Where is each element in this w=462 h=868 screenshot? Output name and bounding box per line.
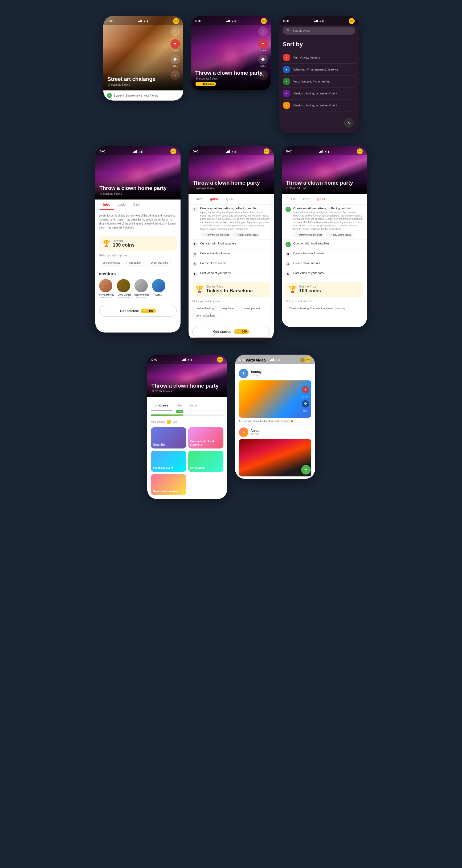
prize-info: Get the Prize Tickets to Barselona <box>206 285 253 294</box>
tab-intro[interactable]: intro <box>99 199 114 210</box>
mentor-name-1: Cory Daniel <box>117 293 132 296</box>
hero-title-progress: Throw a clown home party <box>151 382 223 389</box>
sort-icon-0: ✓ <box>283 54 290 61</box>
sort-item-1[interactable]: ■ #planning, #management, #service <box>283 64 355 75</box>
like-btn-2[interactable]: ♥ <box>258 39 268 49</box>
hero-image-graffiti: ⊟ ♥ 1554 k 💬 660 k 🔖 <box>103 16 183 90</box>
coins-display: 560 <box>173 18 179 24</box>
sort-item-3[interactable]: ✓ #design thinking, #creative, #paint <box>283 88 355 99</box>
task-card-guest-video[interactable]: Guest video reviews <box>151 474 186 495</box>
get-started-btn-guide[interactable]: Get started! 🪙 -100 <box>192 326 270 338</box>
add-video-btn[interactable]: + <box>301 465 311 474</box>
task-card-contract[interactable]: Contract with food suppliers <box>188 427 223 448</box>
post-header-1: A Annet 9m ago ⋮ <box>239 428 311 437</box>
skills-title-guide: Skills you will improve <box>192 300 270 303</box>
tab-guide-p[interactable]: guide <box>185 401 201 410</box>
comment-btn-2[interactable]: 💬 <box>258 55 268 64</box>
event-info-bar-1: ✓ 1 week in Barcelona with your friends <box>103 90 183 100</box>
like-btn[interactable]: ♥ <box>170 39 180 49</box>
post-user-info-1: Annet 9m ago <box>251 429 260 435</box>
hero-subtitle-checked: ⏱ 70 4h 34m left <box>286 187 363 190</box>
row-3: D+C ▲ ▮ 560 Throw a clown home party <box>147 354 315 499</box>
status-icons-6: ▲ ▮ <box>319 150 329 153</box>
tab-intro-c[interactable]: intro <box>299 194 313 204</box>
video-comment-btn-0[interactable]: 💬 <box>302 400 309 407</box>
sort-icon-2: ✓ <box>283 78 290 85</box>
mentor-0: Verna Murray Art Teacher <box>99 279 114 299</box>
filter-btn-2[interactable]: ⊟ <box>258 26 268 36</box>
guide-step-5: 5 Post video of your party <box>189 269 274 279</box>
sort-item-2[interactable]: ✓ #eco, #people, #volunteering <box>283 75 355 88</box>
post-more-btn-0[interactable]: ⋮ <box>307 371 311 376</box>
mentor-2: Steve Phelps Co-Founder <box>135 279 149 299</box>
clock-icon-intro: ⏱ <box>99 192 102 195</box>
checked-text-5: Post video of your party <box>293 271 363 275</box>
sort-section: Sort by ✓ #fun, #party, #events ■ #plann… <box>279 37 359 122</box>
progress-bar-fill: 45% <box>151 414 183 416</box>
tab-intro-p[interactable]: intro <box>172 401 185 410</box>
like-action[interactable]: ♥ 1554 k <box>170 39 180 52</box>
tab-progress[interactable]: progress <box>151 401 172 410</box>
video-like-btn-0[interactable]: ♥ <box>302 386 309 394</box>
tab-guide-c[interactable]: guide <box>313 194 329 204</box>
step-num-5: 5 <box>192 271 198 277</box>
checked-step-2: ✓ Contract with food suppliers <box>282 240 367 250</box>
video-comment-count-0: 660 k <box>302 410 309 412</box>
tab-guide[interactable]: guide <box>114 199 129 210</box>
get-started-btn-intro[interactable]: Get started! 🪙 -100 <box>99 305 177 317</box>
tab-qa-g[interactable]: Q&A <box>222 194 236 204</box>
row-2: D+C ▲ ▮ 560 Throw a clown home party <box>95 146 367 341</box>
attachment-ideas[interactable]: 📄 Party theme ideas <box>232 232 260 237</box>
status-icons: ▲ ▮ <box>138 20 148 23</box>
phone-intro: D+C ▲ ▮ 560 Throw a clown home party <box>95 146 180 333</box>
cta-coins-intro: 🪙 -100 <box>141 309 155 313</box>
tab-ress[interactable]: ress <box>286 194 299 204</box>
video-like-count-0: 1154 k <box>302 396 309 398</box>
task-card-facebook[interactable]: Facebook event <box>151 451 186 472</box>
filter-btn[interactable]: ⊟ <box>170 26 180 36</box>
wifi-icon: ▲ <box>143 20 146 23</box>
guide-step-3: 3 Create Facebook event <box>189 250 274 259</box>
signal-icon-8 <box>270 358 274 361</box>
mentor-role-0: Art Teacher <box>99 296 114 299</box>
signal-icon <box>138 20 142 22</box>
filter-action[interactable]: ⊟ <box>170 26 180 36</box>
tab-guide-g[interactable]: guide <box>206 194 222 204</box>
close-button[interactable]: × <box>344 118 354 128</box>
sort-item-4[interactable]: ● #design thinking, #creative, #paint <box>283 99 355 112</box>
doc-icon: 📄 <box>202 234 205 236</box>
status-bar-5: D+C ▲ ▮ 560 <box>189 146 274 155</box>
task-card-guest[interactable]: Guest list <box>151 427 186 448</box>
filter-icon: ⊟ <box>174 29 177 33</box>
intro-body: Lorem ipsum is simply dummy text of the … <box>95 210 180 233</box>
attachment-checklist-c[interactable]: 📄 Party theme checklist <box>293 232 324 237</box>
sort-label-1: #planning, #management, #service <box>293 68 339 71</box>
comment-action[interactable]: 💬 660 k <box>170 55 180 67</box>
sort-label-3: #design thinking, #creative, #paint <box>293 92 337 95</box>
doc-icon-c: 📄 <box>295 234 298 236</box>
coins-display-5: 560 <box>264 149 269 154</box>
status-bar-4: D+C ▲ ▮ 560 <box>95 146 180 155</box>
like-action-2[interactable]: ♥ 1554 k <box>258 39 268 52</box>
checked-text-4: Create clown masks <box>293 261 363 265</box>
task-card-party-video[interactable]: Party video <box>188 451 223 472</box>
checked-step-3: 3 Create Facebook event <box>282 250 367 259</box>
tab-intro-g[interactable]: intro <box>193 194 206 204</box>
trophy-icon-checked: 🏆 <box>289 285 297 293</box>
status-icons-4: ▲ ▮ <box>133 150 143 153</box>
step-content-1: Create email invitations, collect guest … <box>200 207 270 237</box>
coins-display-2: 560 <box>261 18 267 24</box>
post-more-btn-1[interactable]: ⋮ <box>307 430 311 435</box>
filter-action-2[interactable]: ⊟ <box>258 26 268 36</box>
search-bar[interactable]: 🔍 Search event <box>283 27 355 35</box>
checked-desc-1: A party theme will guide all your other … <box>293 211 363 231</box>
attachment-checklist[interactable]: 📄 Party theme checklist <box>200 232 231 237</box>
attachment-ideas-c[interactable]: 📄 Party theme ideas <box>326 232 353 237</box>
battery-icon-3: ▮ <box>322 20 324 23</box>
sort-item-0[interactable]: ✓ #fun, #party, #events <box>283 52 355 64</box>
comment-btn[interactable]: 💬 <box>170 55 180 64</box>
coins-badge-1: 🪙 +100 coins <box>196 82 216 86</box>
hero-overlay-guide: Throw a clown home party ⏱ estimate 8 da… <box>189 175 274 194</box>
wifi-icon-3: ▲ <box>319 20 321 23</box>
tab-qa[interactable]: Q&A <box>129 199 144 210</box>
